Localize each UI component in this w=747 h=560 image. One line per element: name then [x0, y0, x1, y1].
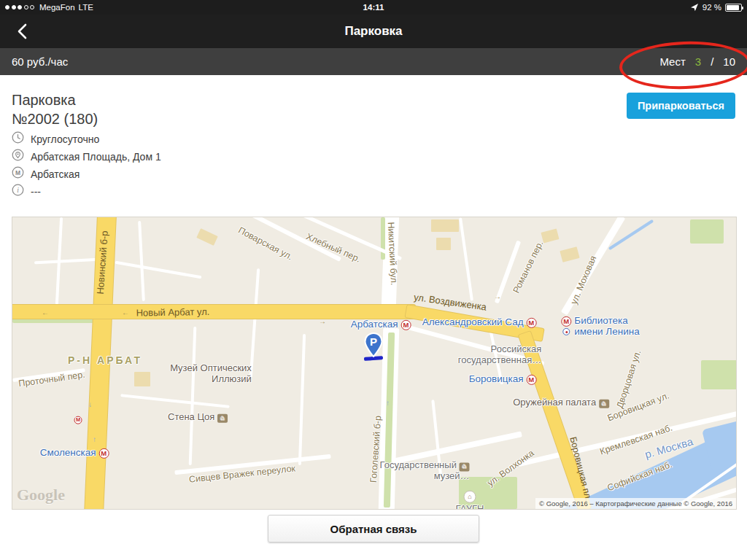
map-label: Р-Н АРБАТ: [68, 355, 142, 367]
landmark-icon: ⌂: [460, 462, 470, 471]
svg-text:М: М: [15, 169, 20, 176]
map-label: Российскаягосударственная…: [458, 344, 541, 365]
svg-text:P: P: [370, 335, 377, 348]
feedback-button[interactable]: Обратная связь: [268, 515, 479, 542]
price-label: 60 руб./час: [12, 55, 68, 68]
battery-icon: [725, 4, 742, 12]
road: [189, 327, 197, 465]
clock-label: 14:11: [0, 3, 747, 12]
map-label: Смоленская М: [40, 447, 109, 459]
location-pin-icon: [12, 149, 24, 164]
road: [249, 268, 260, 378]
detail-row: Арбатская Площадь, Дом 1: [12, 150, 161, 163]
map-copyright: © Google, 2016 – Картографические данные…: [535, 498, 736, 509]
google-watermark: Google: [17, 486, 65, 505]
metro-station-icon: М: [74, 416, 82, 424]
map-label: Александровский Сад М: [422, 316, 537, 328]
building-block: [196, 228, 217, 246]
road-direction-arrow: ↓: [88, 401, 92, 408]
road-direction-arrow: ←: [122, 309, 129, 316]
building-block: [436, 238, 451, 250]
map-label: МБиблиотекаимени Ленина: [561, 315, 639, 337]
detail-row: i---: [12, 185, 161, 198]
parking-marker-icon[interactable]: P: [364, 332, 383, 357]
metro-icon: М: [12, 166, 24, 182]
detail-text: Круглосуточно: [31, 133, 99, 145]
metro-station-icon: М: [526, 318, 536, 328]
map-label: Оружейная палата ⌂: [513, 397, 609, 408]
svg-text:i: i: [17, 187, 19, 194]
spots-label: Мест: [659, 55, 685, 68]
road-direction-arrow: ↑: [386, 400, 390, 407]
road: [120, 394, 230, 408]
road-direction-arrow: →: [494, 293, 501, 300]
landmark-icon: ⌂: [599, 399, 609, 408]
road: [298, 334, 306, 465]
info-icon: i: [12, 184, 24, 199]
detail-text: ---: [31, 186, 41, 198]
poi-icon: ⌂: [217, 413, 228, 422]
building-block: [134, 372, 150, 386]
spots-separator: /: [711, 55, 713, 68]
parking-title: Парковка №2002 (180): [12, 90, 98, 128]
parking-details-list: КруглосуточноАрбатская Площадь, Дом 1МАр…: [12, 133, 161, 198]
clock-icon: [12, 131, 24, 147]
park-button[interactable]: Припарковаться: [627, 93, 735, 119]
park-area: [701, 360, 737, 389]
page-title: Парковка: [0, 15, 747, 48]
detail-row: МАрбатская: [12, 168, 161, 180]
university-icon: ⌂: [464, 491, 476, 503]
metro-station-icon: М: [526, 375, 536, 385]
major-road-novy-arbat: [12, 305, 415, 319]
road-direction-arrow: ↑: [93, 436, 96, 443]
detail-text: Арбатская: [31, 168, 80, 180]
spots-free-value: 3: [695, 55, 701, 68]
building-block: [541, 228, 559, 243]
navigation-bar: Парковка: [0, 15, 747, 48]
road: [115, 261, 202, 279]
building-block: [431, 219, 459, 232]
road-direction-arrow: →: [319, 318, 326, 325]
map-label: Боровицкая М: [469, 373, 537, 385]
metro-station-icon: М: [98, 448, 109, 459]
road: [459, 217, 473, 300]
map-label: Государственный ⌂музей…: [379, 460, 469, 481]
map-label: Стена Цоя ⌂: [168, 412, 228, 423]
map-icon: М: [74, 415, 82, 424]
building-block: [560, 246, 579, 262]
map-label: ул. Моховая: [569, 254, 599, 306]
road: [138, 221, 145, 301]
map-label: Новый Арбат ул.: [136, 307, 210, 319]
metro-station-icon: М: [561, 316, 571, 327]
spots-total-value: 10: [723, 55, 735, 68]
metro-station-icon: М: [400, 320, 411, 330]
park-area: [690, 219, 724, 244]
info-bar: 60 руб./час Мест 3 / 10: [0, 48, 747, 75]
detail-text: Арбатская Площадь, Дом 1: [31, 151, 161, 163]
road: [34, 258, 100, 265]
map-canvas[interactable]: P Google © Google, 2016 – Картографическ…: [12, 217, 737, 510]
road-direction-arrow: ←: [42, 309, 49, 316]
map-label: ⌂ГАУГН: [456, 491, 484, 510]
status-bar: MegaFon LTE 14:11 92 %: [0, 0, 747, 15]
transit-stop-icon: [562, 328, 570, 335]
map-label: Музей ОптическихИллюзий: [170, 363, 252, 384]
spots-counter: Мест 3 / 10: [659, 55, 735, 68]
detail-row: Круглосуточно: [12, 133, 161, 145]
map-label: Арбатская М: [351, 319, 411, 330]
